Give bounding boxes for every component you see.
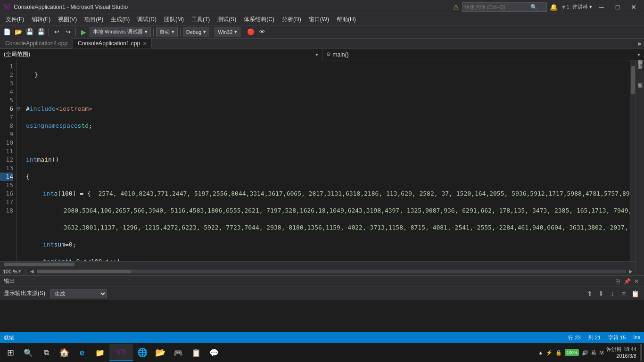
- taskbar-app-3[interactable]: 🎮: [170, 344, 187, 361]
- right-tab-image[interactable]: 图像: [636, 90, 644, 93]
- right-tab-source[interactable]: 源: [636, 62, 644, 66]
- code-line: -2080,5364,106,2657,566,3940,-5116,4583,…: [26, 206, 626, 215]
- close-button[interactable]: ✕: [627, 2, 640, 12]
- quick-launch-input[interactable]: [464, 4, 530, 10]
- status-col: 列 21: [588, 334, 601, 341]
- scope-right-arrow[interactable]: ▾: [637, 51, 640, 58]
- run-button[interactable]: ▶: [78, 27, 89, 37]
- h-scroll-track[interactable]: [37, 270, 626, 273]
- new-file-button[interactable]: 📄: [2, 27, 12, 37]
- tab-scroll-right[interactable]: ▶: [636, 38, 644, 49]
- platform-dropdown[interactable]: Win32 ▾: [215, 27, 240, 37]
- menu-file[interactable]: 文件(F): [2, 14, 28, 25]
- battery-indicator: 100%: [565, 349, 579, 356]
- menu-tools[interactable]: 工具(T): [188, 14, 214, 25]
- output-wrap-btn[interactable]: ↕: [607, 288, 618, 299]
- taskview-button[interactable]: ⧉: [38, 344, 55, 361]
- editor-inner: 1 2 3 4 5 6 7 8 9 10 11 12 13 14 15 16 1: [0, 60, 636, 275]
- output-copy-btn[interactable]: 📋: [630, 288, 640, 299]
- signal-icon[interactable]: ▼1: [561, 4, 570, 10]
- line-num: 6: [0, 105, 13, 113]
- taskbar-up-arrow[interactable]: ▲: [538, 350, 543, 355]
- scope-left-dropdown[interactable]: (全局范围) ▾: [0, 49, 322, 60]
- code-editor[interactable]: } #include<iostream> using namespace std…: [22, 60, 630, 261]
- h-scroll-thumb2[interactable]: [37, 270, 131, 273]
- menu-debug[interactable]: 调试(D): [133, 14, 160, 25]
- output-source-label: 显示输出来源(S):: [4, 289, 47, 297]
- horizontal-scrollbar[interactable]: [0, 261, 636, 267]
- edge-button[interactable]: e: [74, 344, 91, 361]
- menu-build[interactable]: 生成(B): [107, 14, 133, 25]
- watch-button[interactable]: 👁: [257, 27, 267, 37]
- taskbar-lang[interactable]: 英: [591, 349, 596, 356]
- clock-date: 2016/3/8: [606, 353, 636, 359]
- vertical-scrollbar[interactable]: [630, 60, 636, 261]
- scope-right-icon: ⚙: [326, 51, 331, 58]
- code-scroll-area[interactable]: 1 2 3 4 5 6 7 8 9 10 11 12 13 14 15 16 1: [0, 60, 636, 261]
- taskbar-app-2[interactable]: 📂: [152, 344, 169, 361]
- output-source-select[interactable]: 生成 调试: [50, 289, 107, 298]
- menu-edit[interactable]: 编辑(E): [28, 14, 54, 25]
- taskbar-usb-icon: ⚡: [546, 350, 553, 356]
- code-line: int main(): [26, 156, 626, 164]
- output-clear-btn[interactable]: ⬆: [585, 288, 595, 299]
- taskbar-volume-icon[interactable]: 🔊: [582, 350, 588, 356]
- taskbar-app-1[interactable]: 🌐: [134, 344, 151, 361]
- tab-consolapp1[interactable]: ConsoleApplication1.cpp ✕: [73, 38, 152, 49]
- line-numbers: 1 2 3 4 5 6 7 8 9 10 11 12 13 14 15 16 1: [0, 60, 17, 261]
- search-button[interactable]: 🔍: [20, 344, 37, 361]
- run-target-dropdown[interactable]: 本地 Windows 调试器 ▾: [90, 27, 151, 37]
- editor-region: 1 2 3 4 5 6 7 8 9 10 11 12 13 14 15 16 1: [0, 60, 644, 275]
- scope-left-arrow: ▾: [315, 51, 318, 58]
- save-all-button[interactable]: 💾: [36, 27, 46, 37]
- scope-left-label: (全局范围): [4, 50, 30, 58]
- menu-help[interactable]: 帮助(H): [333, 14, 360, 25]
- show-desktop-btn[interactable]: [640, 344, 642, 361]
- line-num: 5: [0, 96, 13, 105]
- output-all-btn[interactable]: ≡: [619, 288, 629, 299]
- output-filter-btn[interactable]: ⬇: [596, 288, 606, 299]
- redo-button[interactable]: ↪: [63, 27, 73, 37]
- user-label[interactable]: 许洪科 ▾: [572, 3, 592, 10]
- restore-button[interactable]: □: [611, 2, 624, 12]
- open-file-button[interactable]: 📂: [13, 27, 24, 37]
- tab-consolapp4[interactable]: ConsoleApplication4.cpp: [0, 38, 73, 49]
- menu-view[interactable]: 视图(V): [54, 14, 81, 25]
- toolbar-separator-1: [49, 28, 49, 36]
- breakpoint-button[interactable]: 🔴: [246, 27, 256, 37]
- h-scroll-right-btn[interactable]: ▶: [629, 269, 633, 274]
- folder-button[interactable]: 📁: [91, 344, 108, 361]
- menu-arch[interactable]: 体系结构(C): [240, 14, 278, 25]
- debug-dropdown[interactable]: Debug ▾: [183, 27, 209, 37]
- auto-dropdown[interactable]: 自动 ▾: [156, 27, 178, 37]
- right-panel: 源 资源视图 属性 图像: [636, 60, 644, 275]
- quick-launch-box[interactable]: 🔍: [462, 2, 547, 12]
- taskbar-app-4[interactable]: 📋: [188, 344, 205, 361]
- menu-team[interactable]: 团队(M): [160, 14, 188, 25]
- save-button[interactable]: 💾: [25, 27, 35, 37]
- explorer-button[interactable]: 🏠: [56, 344, 73, 361]
- zoom-sep: |: [25, 268, 26, 275]
- minimize-button[interactable]: ─: [595, 2, 608, 12]
- output-close-btn[interactable]: ✕: [633, 278, 640, 285]
- undo-button[interactable]: ↩: [51, 27, 62, 37]
- taskbar-ime[interactable]: M: [599, 350, 603, 355]
- menu-analyze[interactable]: 分析(D): [278, 14, 305, 25]
- notification-icon[interactable]: 🔔: [550, 3, 558, 11]
- start-button[interactable]: ⊞: [2, 344, 19, 361]
- menu-test[interactable]: 测试(S): [214, 14, 240, 25]
- v-scroll-thumb[interactable]: [631, 66, 635, 94]
- menu-window[interactable]: 窗口(W): [305, 14, 333, 25]
- taskbar-app-5[interactable]: 💬: [206, 344, 223, 361]
- output-dock-btn[interactable]: ⊟: [614, 278, 621, 285]
- menu-project[interactable]: 项目(P): [81, 14, 107, 25]
- h-scroll-left-btn[interactable]: ◀: [30, 269, 34, 274]
- output-pin-btn[interactable]: 📌: [623, 278, 631, 285]
- zoom-dropdown[interactable]: 100 % ▾: [3, 268, 21, 274]
- right-tab-resources[interactable]: 资源视图: [636, 66, 644, 70]
- h-scroll-thumb[interactable]: [4, 263, 74, 266]
- title-bar-controls: ⚠ 🔍 🔔 ▼1 许洪科 ▾ ─ □ ✕: [453, 2, 640, 12]
- right-tab-props[interactable]: 属性: [636, 71, 644, 74]
- toolbar-separator-6: [243, 28, 243, 36]
- vs-taskbar-app[interactable]: VS: [109, 344, 133, 361]
